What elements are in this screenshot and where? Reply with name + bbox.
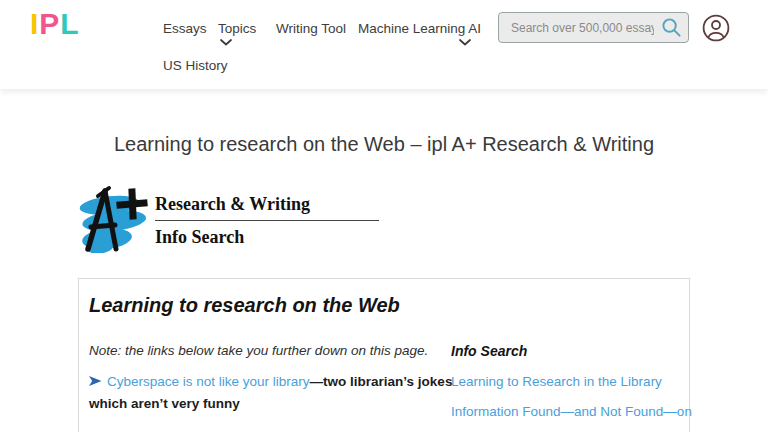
- nav-item-machine-learning-ai[interactable]: Machine Learning AI: [358, 21, 481, 36]
- sidebar-link-research-library[interactable]: Learning to Research in the Library: [451, 374, 692, 389]
- content-box: Learning to research on the Web Note: th…: [78, 278, 690, 432]
- sidebar-link-information-found[interactable]: Information Found—and Not Found—on: [451, 404, 692, 419]
- brand-text: Research & Writing Info Search: [155, 185, 379, 253]
- page-title: Learning to research on the Web – ipl A+…: [0, 133, 768, 156]
- nav-item-writing-tool[interactable]: Writing Tool: [276, 21, 346, 36]
- logo-letter-p: P: [39, 7, 60, 40]
- sidebar-heading: Info Search: [451, 343, 692, 359]
- logo-letter-i: I: [30, 7, 39, 40]
- nav-item-essays[interactable]: Essays: [163, 21, 207, 36]
- box-note: Note: the links below take you further d…: [89, 343, 428, 358]
- info-search-sidebar: Info Search Learning to Research in the …: [451, 343, 692, 419]
- box-heading: Learning to research on the Web: [89, 294, 400, 317]
- nav-item-us-history[interactable]: US History: [163, 58, 228, 73]
- search-icon[interactable]: [661, 17, 682, 38]
- logo-letter-l: L: [60, 7, 79, 40]
- search-box: [498, 12, 689, 43]
- account-icon[interactable]: [702, 14, 730, 42]
- aplus-logo-graphic: [78, 185, 148, 253]
- chevron-down-icon[interactable]: [459, 39, 471, 46]
- link-cyberspace[interactable]: Cyberspace is not like your library: [107, 374, 310, 389]
- right-arrowhead-icon: [89, 376, 102, 386]
- chevron-down-icon[interactable]: [220, 39, 232, 46]
- site-header: IPL Essays Topics Writing Tool Machine L…: [0, 0, 768, 89]
- toc-entry: Cyberspace is not like your library—two …: [89, 371, 461, 416]
- ipl-logo[interactable]: IPL: [30, 7, 80, 41]
- aplus-brand-block: Research & Writing Info Search: [78, 185, 379, 253]
- brand-subtitle: Info Search: [155, 227, 379, 248]
- brand-title: Research & Writing: [155, 194, 379, 221]
- nav-item-topics[interactable]: Topics: [218, 21, 256, 36]
